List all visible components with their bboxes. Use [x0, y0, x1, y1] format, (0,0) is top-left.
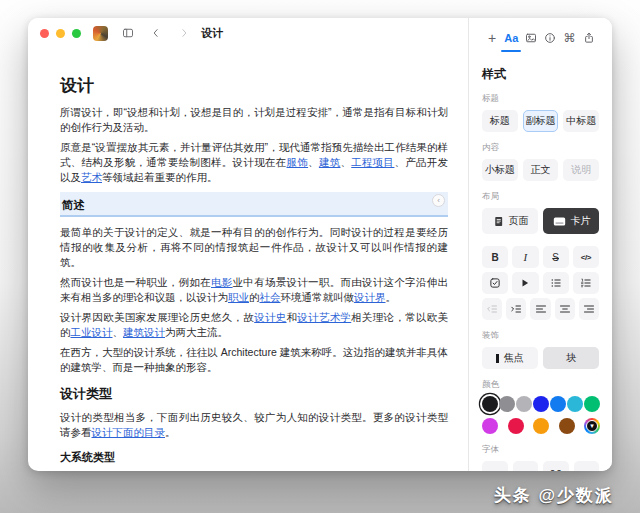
doc-subsection-heading: 大系统类型	[60, 450, 448, 465]
desktop-background: 设计 + 设计 所谓设计，即“设想和计划，设想是目的，计划是过程安排”，通常是指…	[0, 0, 640, 513]
button-icon	[552, 215, 567, 228]
color-swatch[interactable]	[533, 396, 549, 412]
doc-link[interactable]: 社会	[260, 291, 281, 303]
color-swatch[interactable]	[584, 396, 600, 412]
format-checkbox[interactable]	[482, 272, 508, 294]
doc-link[interactable]: 服饰	[287, 156, 309, 168]
doc-link[interactable]: 建筑	[319, 156, 341, 168]
forward-icon[interactable]	[174, 23, 194, 43]
document-area: 设计 所谓设计，即“设想和计划，设想是目的，计划是过程安排”，通常是指有目标和计…	[28, 48, 468, 471]
shortcuts-tab[interactable]: ⌘	[561, 28, 579, 48]
text-segment: 为两大主流。	[165, 326, 228, 338]
back-icon[interactable]	[146, 23, 166, 43]
format-bold[interactable]: B	[482, 246, 508, 268]
style-tab[interactable]: Aa	[502, 28, 520, 48]
color-swatch[interactable]	[508, 418, 524, 434]
color-swatch[interactable]	[559, 418, 575, 434]
titlebar-left-icons	[118, 23, 194, 43]
font-mono[interactable]: 00Mono	[543, 461, 569, 471]
font-label: 00	[549, 468, 562, 471]
text-segment: 和	[287, 311, 298, 323]
list-item: •工业设计 (Industrial Design)	[60, 470, 448, 471]
style-subtitle[interactable]: 副标题	[523, 110, 559, 132]
format-code[interactable]: </>	[573, 246, 599, 268]
text-segment: 在西方，大型的设计系统，往往以 Architecture 建筑来称呼。这边指的建…	[60, 346, 448, 373]
media-tab[interactable]	[522, 28, 540, 48]
color-swatch[interactable]	[482, 396, 498, 412]
color-swatch[interactable]	[482, 418, 498, 434]
color-swatch[interactable]	[516, 396, 532, 412]
document-title: 设计	[60, 74, 448, 97]
doc-paragraph: 设计界因欧美国家发展理论历史悠久，故设计史和设计艺术学相关理论，常以欧美的工业设…	[60, 310, 448, 340]
sidebar-toggle-icon[interactable]	[118, 23, 138, 43]
layout-page[interactable]: 页面	[482, 208, 538, 234]
button-label: 正文	[531, 163, 551, 177]
info-tab[interactable]	[541, 28, 559, 48]
format-numbered-list[interactable]	[573, 272, 599, 294]
collapse-toggle-icon[interactable]: ‹	[432, 194, 445, 207]
style-subheading[interactable]: 小标题	[482, 159, 518, 181]
format-italic[interactable]: I	[512, 246, 538, 268]
watermark: 头条 @少数派	[494, 484, 614, 507]
minimize-button[interactable]	[56, 29, 65, 38]
doc-paragraph: 在西方，大型的设计系统，往往以 Architecture 建筑来称呼。这边指的建…	[60, 345, 448, 375]
decoration-section-label: 装饰	[482, 330, 599, 342]
doc-link[interactable]: 设计下面的目录	[92, 426, 166, 438]
format-outdent[interactable]	[482, 298, 502, 320]
button-label: 中标题	[566, 114, 596, 128]
add-block-tab[interactable]: +	[483, 28, 501, 48]
format-toggle[interactable]	[512, 272, 538, 294]
format-row: BIS</>	[482, 246, 599, 268]
color-swatch[interactable]	[499, 396, 515, 412]
close-button[interactable]	[40, 29, 49, 38]
style-title[interactable]: 标题	[482, 110, 518, 132]
text-segment: 的	[249, 291, 260, 303]
color-swatch[interactable]	[550, 396, 566, 412]
color-swatches: ▾	[482, 396, 600, 434]
doc-link[interactable]: 设计史	[254, 311, 286, 323]
doc-link[interactable]: 职业	[228, 291, 249, 303]
button-label: 块	[566, 351, 576, 365]
text-segment: 所谓设计，即“设想和计划，设想是目的，计划是过程安排”，通常是指有目标和计划的创…	[60, 106, 448, 133]
font-round[interactable]: RrRound	[574, 461, 600, 471]
button-label: 说明	[571, 163, 591, 177]
doc-link[interactable]: 工业设计	[71, 326, 113, 338]
color-swatch[interactable]	[533, 418, 549, 434]
format-bullet-list[interactable]	[543, 272, 569, 294]
format-indent[interactable]	[506, 298, 526, 320]
doc-link[interactable]: 建筑设计	[123, 326, 165, 338]
text-segment: 。	[386, 291, 397, 303]
button-label: 焦点	[504, 351, 524, 365]
doc-paragraph: 最简单的关于设计的定义、就是一种有目的的创作行为。同时设计的过程是要经历情报的收…	[60, 225, 448, 270]
doc-link[interactable]: 工程项目	[351, 156, 394, 168]
doc-link[interactable]: 电影	[211, 276, 233, 288]
color-swatch[interactable]	[567, 396, 583, 412]
doc-link[interactable]: 设计界	[354, 291, 386, 303]
panel-header: 样式	[482, 66, 599, 83]
format-align-center[interactable]	[555, 298, 575, 320]
text-segment: 设计界因欧美国家发展理论历史悠久，故	[60, 311, 254, 323]
decoration-focus[interactable]: 焦点	[482, 347, 538, 369]
content-style-row: 小标题正文说明	[482, 159, 599, 181]
layout-card[interactable]: 卡片	[543, 208, 599, 234]
style-body[interactable]: 正文	[523, 159, 559, 181]
font-system[interactable]: AaSystem	[482, 461, 508, 471]
bullet-icon: •	[75, 470, 79, 471]
font-row: AaSystemSsSerif00MonoRrRound	[482, 461, 599, 471]
style-heading[interactable]: 中标题	[563, 110, 599, 132]
share-tab[interactable]	[580, 28, 598, 48]
format-align-left[interactable]	[530, 298, 550, 320]
doc-link[interactable]: 设计艺术学	[297, 311, 351, 323]
style-caption[interactable]: 说明	[563, 159, 599, 181]
decoration-block[interactable]: 块	[543, 347, 599, 369]
format-align-right[interactable]	[579, 298, 599, 320]
custom-color-swatch[interactable]: ▾	[584, 418, 600, 434]
zoom-button[interactable]	[72, 29, 81, 38]
format-strikethrough[interactable]: S	[543, 246, 569, 268]
text-segment: 最简单的关于设计的定义、就是一种有目的的创作行为。同时设计的过程是要经历情报的收…	[60, 226, 448, 268]
text-segment: 、	[308, 156, 319, 168]
format-buttons: BIS</>	[482, 246, 599, 320]
app-window: 设计 + 设计 所谓设计，即“设想和计划，设想是目的，计划是过程安排”，通常是指…	[28, 18, 612, 471]
font-serif[interactable]: SsSerif	[513, 461, 539, 471]
doc-link[interactable]: 艺术	[81, 171, 102, 183]
